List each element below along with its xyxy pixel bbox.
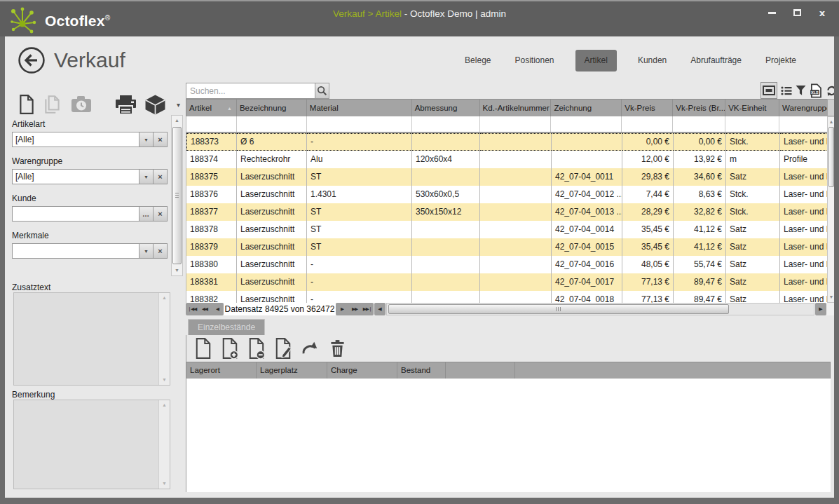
filter-cell[interactable] — [307, 116, 412, 132]
table-row[interactable]: 188381Laserzuschnitt-42_07-04_001777,13 … — [186, 273, 827, 291]
scrollbar-thumb[interactable] — [388, 304, 729, 314]
table-row[interactable]: 188376Laserzuschnitt1.4301530x60x0,542_0… — [186, 186, 827, 203]
bemerkung-field[interactable]: ▲ ▼ — [13, 400, 170, 489]
column-header-kd-artikelnummer[interactable]: Kd.-Artikelnummer — [480, 100, 552, 116]
filter-icon[interactable] — [796, 85, 806, 96]
scrollbar-thumb[interactable] — [828, 127, 834, 187]
tab-einzelbestaende[interactable]: Einzelbestände — [188, 319, 265, 335]
first-record-button[interactable]: ❘◀◀ — [186, 303, 198, 315]
add-row-icon[interactable] — [221, 338, 238, 359]
table-row[interactable]: 188373Ø 6-0,00 €0,00 €Stck.Laser- und B — [186, 133, 827, 151]
scroll-up-icon[interactable]: ▲ — [159, 293, 170, 303]
tab-positionen[interactable]: Positionen — [512, 55, 557, 65]
zusatztext-scrollbar[interactable]: ▲ ▼ — [158, 293, 170, 385]
tab-abrufauftr-ge[interactable]: Abrufaufträge — [688, 55, 744, 65]
scroll-left-icon[interactable]: ◀ — [374, 303, 386, 315]
column-header-abmessung[interactable]: Abmessung — [412, 100, 480, 116]
remove-row-icon[interactable] — [248, 338, 265, 359]
prev-record-button[interactable]: ◀ — [211, 303, 224, 315]
filter-cell[interactable] — [186, 116, 237, 132]
grid-vertical-scrollbar[interactable]: ▲ ▼ — [827, 116, 834, 303]
search-icon[interactable] — [315, 83, 329, 99]
new-row-icon[interactable] — [195, 338, 212, 359]
filter-cell[interactable] — [480, 116, 552, 132]
export-xls-icon[interactable]: XLS — [810, 83, 822, 98]
artikelart-input[interactable] — [12, 132, 139, 147]
filter-cell[interactable] — [551, 116, 622, 132]
column-list-icon[interactable] — [781, 86, 792, 96]
scrollbar-thumb[interactable] — [172, 127, 182, 264]
scroll-down-icon[interactable]: ▼ — [828, 292, 834, 302]
kunde-input[interactable] — [12, 206, 139, 222]
scroll-up-icon[interactable]: ▲ — [828, 117, 834, 127]
column-header-artikel[interactable]: Artikel▲ — [186, 100, 237, 116]
table-row[interactable]: 188382Laserzuschnitt-42_07-04_001877,13 … — [186, 291, 827, 303]
filter-cell[interactable] — [412, 116, 480, 132]
delete-row-icon[interactable] — [330, 340, 345, 357]
column-header-lagerort[interactable]: Lagerort — [186, 362, 257, 379]
clear-icon[interactable]: × — [154, 169, 168, 184]
column-header-vk-preis[interactable]: Vk-Preis — [622, 100, 673, 116]
table-row[interactable]: 188379LaserzuschnittST42_07-04_001535,45… — [186, 238, 827, 256]
column-header-blank[interactable] — [446, 362, 515, 379]
column-header-vk-preis-br[interactable]: Vk-Preis (Br... — [673, 100, 725, 116]
tab-artikel[interactable]: Artikel — [575, 50, 617, 71]
bemerkung-scrollbar[interactable]: ▲ ▼ — [158, 400, 170, 489]
next-record-button[interactable]: ▶ — [336, 303, 348, 315]
table-row[interactable]: 188377LaserzuschnittST350x150x1242_07-04… — [186, 203, 827, 221]
filter-cell[interactable] — [237, 116, 307, 132]
last-record-button[interactable]: ▶▶❘ — [361, 303, 374, 315]
filter-cell[interactable] — [779, 116, 827, 132]
clear-icon[interactable]: × — [154, 243, 168, 259]
scroll-down-icon[interactable]: ▼ — [159, 375, 170, 385]
search-input[interactable] — [186, 83, 315, 99]
scroll-down-icon[interactable]: ▼ — [159, 479, 170, 489]
redo-icon[interactable] — [301, 341, 320, 357]
refresh-icon[interactable] — [826, 85, 834, 97]
ellipsis-lookup-icon[interactable]: … — [139, 206, 154, 222]
column-header-vk-einheit[interactable]: VK-Einheit — [725, 100, 779, 116]
new-article-icon[interactable] — [19, 95, 34, 114]
tab-projekte[interactable]: Projekte — [763, 55, 799, 65]
scroll-down-icon[interactable]: ▼ — [172, 266, 182, 275]
chevron-down-icon[interactable]: ▼ — [139, 169, 154, 184]
column-header-bezeichnung[interactable]: Bezeichnung — [237, 100, 307, 116]
minimize-icon[interactable] — [766, 7, 777, 18]
tab-kunden[interactable]: Kunden — [635, 55, 669, 65]
scroll-up-icon[interactable]: ▲ — [159, 400, 170, 410]
maximize-icon[interactable] — [791, 7, 803, 18]
column-header-lagerplatz[interactable]: Lagerplatz — [257, 362, 327, 379]
close-icon[interactable]: x — [817, 7, 828, 18]
column-header-warengruppe[interactable]: Warengruppe — [779, 100, 827, 116]
split-view-icon[interactable] — [760, 82, 777, 99]
column-header-zeichnung[interactable]: Zeichnung — [551, 100, 622, 116]
stock-cube-icon[interactable] — [144, 94, 166, 116]
chevron-down-icon[interactable]: ▼ — [139, 243, 154, 259]
table-row[interactable]: 188378LaserzuschnittST42_07-04_001435,45… — [186, 221, 827, 238]
table-row[interactable]: 188375LaserzuschnittST42_07-04_001129,83… — [186, 168, 827, 186]
grid-horizontal-scrollbar[interactable] — [386, 303, 814, 315]
next-page-button[interactable]: ▶▶ — [348, 303, 361, 315]
table-row[interactable]: 188380Laserzuschnitt-42_07-04_001648,05 … — [186, 256, 827, 273]
chevron-down-icon[interactable]: ▼ — [139, 132, 154, 147]
merkmale-input[interactable] — [12, 243, 139, 259]
column-header-charge[interactable]: Charge — [327, 362, 397, 379]
clear-icon[interactable]: × — [154, 132, 168, 147]
warengruppe-input[interactable] — [12, 169, 139, 184]
chevron-down-icon[interactable]: ▾ — [177, 101, 180, 109]
filter-cell[interactable] — [725, 116, 779, 132]
filter-cell[interactable] — [673, 116, 725, 132]
scroll-right-icon[interactable]: ▶ — [815, 303, 826, 315]
sidebar-scrollbar[interactable]: ▲ ▼ — [171, 115, 183, 276]
scroll-up-icon[interactable]: ▲ — [172, 116, 182, 125]
table-row[interactable]: 188374RechteckrohrAlu120x60x412,00 €13,9… — [186, 151, 827, 168]
column-header-bestand[interactable]: Bestand — [397, 362, 446, 379]
edit-row-icon[interactable] — [275, 338, 292, 359]
prev-page-button[interactable]: ◀◀ — [198, 303, 211, 315]
clear-icon[interactable]: × — [154, 206, 168, 222]
back-button[interactable] — [18, 46, 46, 74]
tab-belege[interactable]: Belege — [462, 55, 493, 65]
zusatztext-field[interactable]: ▲ ▼ — [13, 292, 170, 386]
column-header-material[interactable]: Material — [307, 100, 412, 116]
filter-cell[interactable] — [622, 116, 673, 132]
